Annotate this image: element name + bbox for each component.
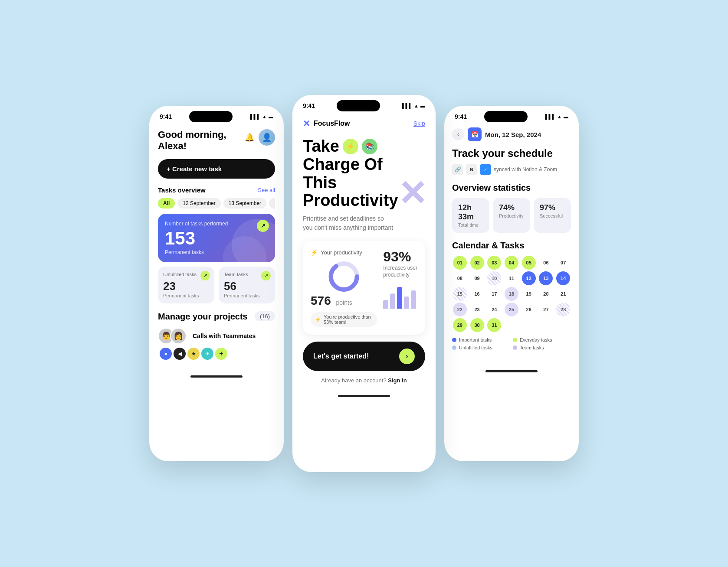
date-tab-12[interactable]: 12 September bbox=[177, 198, 220, 209]
onboarding-content: Take ⚡ 📚 Charge Of This Productivity ✕ P… bbox=[292, 133, 436, 388]
cal-day-18[interactable]: 18 bbox=[505, 287, 518, 301]
mini-stats-row: Unfulfilled tasks 23 Permanent tasks ↗ T… bbox=[158, 267, 275, 303]
avatar[interactable]: 👤 bbox=[259, 129, 275, 146]
cal-day-06[interactable]: 06 bbox=[539, 256, 553, 270]
cal-day-25[interactable]: 25 bbox=[505, 303, 518, 316]
cal-day-17[interactable]: 17 bbox=[487, 287, 501, 301]
see-all-link[interactable]: See all bbox=[258, 187, 275, 193]
battery-icon-center: ▬ bbox=[420, 103, 425, 108]
greeting-row: Good morning, Alexa! 🔔 👤 bbox=[158, 129, 275, 152]
cal-day-08[interactable]: 08 bbox=[453, 271, 467, 285]
dynamic-island-left bbox=[189, 111, 233, 122]
cal-day-07[interactable]: 07 bbox=[556, 256, 570, 270]
home-indicator-left bbox=[190, 375, 243, 378]
bar-4 bbox=[404, 297, 409, 309]
greeting-heading: Good morning, Alexa! bbox=[158, 129, 226, 152]
cal-day-09[interactable]: 09 bbox=[470, 271, 484, 285]
status-bar-left: 9:41 ▌▌▌ ▲ ▬ bbox=[149, 106, 284, 125]
date-tab-13[interactable]: 13 September bbox=[223, 198, 266, 209]
wifi-icon-center: ▲ bbox=[414, 103, 419, 108]
cal-day-10[interactable]: 10 bbox=[487, 271, 501, 285]
nav-date-text: Mon, 12 Sep, 2024 bbox=[485, 131, 541, 138]
prod-right-label: Increases user productivity bbox=[383, 265, 417, 278]
cal-day-28[interactable]: 28 bbox=[556, 303, 570, 316]
sign-in-link[interactable]: Sign in bbox=[388, 377, 407, 384]
mini-arrow-1[interactable]: ↗ bbox=[200, 271, 210, 280]
cal-day-20[interactable]: 20 bbox=[539, 287, 553, 301]
cal-day-13[interactable]: 13 bbox=[539, 271, 553, 285]
home-indicator-center bbox=[338, 395, 390, 397]
create-task-button[interactable]: + Create new task bbox=[158, 159, 275, 179]
projects-count: (16) bbox=[255, 311, 275, 321]
legend-dot-lavender bbox=[513, 345, 517, 350]
btn-arrow: › bbox=[399, 349, 415, 364]
status-bar-right: 9:41 ▌▌▌ ▲ ▬ bbox=[444, 106, 579, 125]
brand-text: FocusFlow bbox=[314, 120, 350, 127]
proj-icon-blue[interactable]: ● bbox=[160, 348, 172, 360]
nav-arrow-left[interactable]: ‹ bbox=[452, 128, 464, 140]
legend-everyday: Everyday tasks bbox=[513, 337, 571, 342]
project-item[interactable]: 👨 👩 Calls with Teammates bbox=[158, 328, 275, 344]
date-tab-14[interactable]: 14 Sep bbox=[269, 198, 275, 209]
legend-dot-lime bbox=[513, 338, 517, 342]
arrow-badge-main[interactable]: ↗ bbox=[257, 220, 269, 232]
bell-icon[interactable]: 🔔 bbox=[245, 133, 254, 142]
cal-day-26[interactable]: 26 bbox=[522, 303, 536, 316]
cal-day-01[interactable]: 01 bbox=[453, 256, 467, 270]
stat-label-productivity: Productivity bbox=[499, 213, 524, 218]
stat-value-productivity: 74% bbox=[499, 203, 524, 212]
greeting-text: Good morning, Alexa! bbox=[158, 129, 226, 152]
legend-team: Team tasks bbox=[513, 345, 571, 350]
manage-projects-header: Manage your projects (16) bbox=[158, 311, 275, 322]
cal-day-31[interactable]: 31 bbox=[487, 318, 501, 332]
cal-day-12[interactable]: 12 bbox=[522, 271, 536, 285]
cal-day-16[interactable]: 16 bbox=[470, 287, 484, 301]
proj-icon-dark[interactable]: ◀ bbox=[174, 348, 186, 360]
brand-x-logo: ✕ bbox=[398, 176, 425, 211]
get-started-button[interactable]: Let's get started! › bbox=[303, 342, 425, 371]
battery-icon-right: ▬ bbox=[564, 114, 568, 119]
sign-in-text: Already have an account? Sign in bbox=[303, 377, 425, 384]
skip-link[interactable]: Skip bbox=[413, 120, 425, 127]
left-phone-content: Good morning, Alexa! 🔔 👤 + Create new ta… bbox=[149, 129, 284, 368]
overview-title: Overview statistics bbox=[452, 183, 571, 193]
legend-unfulfilled: Unfulfilled tasks bbox=[452, 345, 510, 350]
cal-day-19[interactable]: 19 bbox=[522, 287, 536, 301]
cal-day-15[interactable]: 15 bbox=[453, 287, 467, 301]
nav-date-row: ‹ 📅 Mon, 12 Sep, 2024 bbox=[452, 127, 571, 141]
legend-dot-blue bbox=[452, 338, 456, 342]
legend-label-everyday: Everyday tasks bbox=[520, 337, 552, 342]
phone-right: 9:41 ▌▌▌ ▲ ▬ ‹ 📅 Mon, 12 Sep, 2024 Track… bbox=[444, 106, 579, 461]
link-icon: 🔗 bbox=[452, 164, 463, 175]
cal-day-27[interactable]: 27 bbox=[539, 303, 553, 316]
cal-day-03[interactable]: 03 bbox=[487, 256, 501, 270]
cal-day-24[interactable]: 24 bbox=[487, 303, 501, 316]
stats-card-sublabel: Permanent tasks bbox=[165, 249, 268, 255]
stats-card-label: Number of tasks performed bbox=[165, 221, 268, 227]
dynamic-island-right bbox=[484, 111, 528, 122]
icon-pill-stack: 📚 bbox=[362, 139, 377, 154]
cal-day-23[interactable]: 23 bbox=[470, 303, 484, 316]
proj-icon-teal[interactable]: ✈ bbox=[201, 348, 213, 360]
tasks-overview-header: Tasks overview See all bbox=[158, 186, 275, 194]
proj-icon-yellow[interactable]: ★ bbox=[187, 348, 200, 360]
cal-day-02[interactable]: 02 bbox=[470, 256, 484, 270]
cal-day-14[interactable]: 14 bbox=[556, 271, 570, 285]
cal-day-30[interactable]: 30 bbox=[470, 318, 484, 332]
proj-icon-add[interactable]: + bbox=[215, 348, 227, 360]
cal-day-22[interactable]: 22 bbox=[453, 303, 467, 316]
phone-center: 9:41 ▌▌▌ ▲ ▬ ✕ FocusFlow Skip Take ⚡ 📚 bbox=[292, 95, 436, 472]
status-icons-right: ▌▌▌ ▲ ▬ bbox=[545, 114, 568, 119]
cal-day-05[interactable]: 05 bbox=[522, 256, 536, 270]
stat-label-successful: Successful bbox=[540, 213, 565, 218]
points-label: points bbox=[336, 299, 352, 306]
time-right: 9:41 bbox=[455, 113, 467, 120]
calendar-grid: 01 02 03 04 05 06 07 08 09 10 11 12 13 1… bbox=[452, 256, 571, 332]
cal-day-21[interactable]: 21 bbox=[556, 287, 570, 301]
cal-day-29[interactable]: 29 bbox=[453, 318, 467, 332]
cal-day-11[interactable]: 11 bbox=[505, 271, 518, 285]
time-center: 9:41 bbox=[303, 102, 315, 109]
cal-day-04[interactable]: 04 bbox=[505, 256, 518, 270]
date-tab-all[interactable]: All bbox=[158, 198, 175, 209]
mini-arrow-2[interactable]: ↗ bbox=[261, 271, 271, 280]
